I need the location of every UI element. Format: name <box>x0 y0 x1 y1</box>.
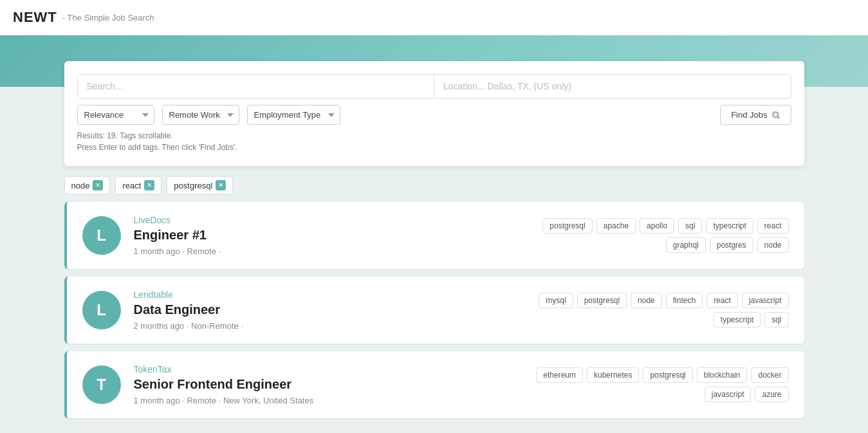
search-row <box>77 74 791 98</box>
search-container: Relevance Date Remote Work Remote Non-Re… <box>64 61 804 166</box>
job-meta: 2 months ago · Non-Remote · <box>134 321 519 331</box>
job-info: TokenTax Senior Frontend Engineer 1 mont… <box>134 364 519 405</box>
job-tag: sql <box>678 218 702 234</box>
job-meta: 1 month ago · Remote · <box>134 246 519 256</box>
remote-work-select[interactable]: Remote Work Remote Non-Remote All <box>162 105 239 125</box>
job-tag: react <box>706 293 738 308</box>
tag-remove-button[interactable]: ✕ <box>216 180 226 190</box>
job-tag: kubernetes <box>587 367 639 383</box>
job-tag: postgresql <box>542 218 592 234</box>
job-meta: 1 month ago · Remote · New York, United … <box>134 396 519 405</box>
company-avatar: L <box>82 291 121 329</box>
job-tag: postgresql <box>577 293 627 308</box>
job-title: Engineer #1 <box>134 228 519 243</box>
company-avatar: T <box>82 365 121 404</box>
job-title: Senior Frontend Engineer <box>134 377 519 392</box>
app-logo: NEWT <box>13 9 57 26</box>
job-tag: typescript <box>714 312 761 327</box>
tag-label: node <box>71 181 90 190</box>
tag-label: postgresql <box>174 181 212 190</box>
find-jobs-label: Find Jobs <box>731 110 767 120</box>
active-tag: postgresql ✕ <box>167 176 233 194</box>
job-tag: blockchain <box>697 367 748 383</box>
job-tag: node <box>757 237 789 253</box>
search-hint: Results: 19. Tags scrollable. Press Ente… <box>77 130 791 153</box>
tag-label: react <box>122 181 141 190</box>
company-name: Lendtable <box>134 290 519 300</box>
hint-line2: Press Enter to add tags. Then click 'Fin… <box>77 142 791 153</box>
job-tag: apache <box>596 218 636 234</box>
jobs-container: L LiveDocs Engineer #1 1 month ago · Rem… <box>64 202 804 431</box>
relevance-select[interactable]: Relevance Date <box>77 105 154 125</box>
job-tag: ethereum <box>536 367 583 383</box>
tag-remove-button[interactable]: ✕ <box>93 180 103 190</box>
search-input[interactable] <box>78 75 435 98</box>
active-tag: node ✕ <box>64 176 111 194</box>
job-tag: graphql <box>666 237 706 253</box>
job-tag: postgresql <box>643 367 692 383</box>
svg-point-0 <box>773 112 778 117</box>
active-tags-container: node ✕ react ✕ postgresql ✕ <box>64 176 804 194</box>
job-tags: mysqlpostgresqlnodefintechreactjavascrip… <box>531 293 789 327</box>
job-info: Lendtable Data Engineer 2 months ago · N… <box>134 290 519 331</box>
job-tag: javascript <box>705 387 752 402</box>
job-tag: mysql <box>539 293 573 308</box>
app-subtitle: - The Simple Job Search <box>62 13 154 23</box>
job-tag: sql <box>764 312 788 327</box>
tag-remove-button[interactable]: ✕ <box>144 180 154 190</box>
filters-row: Relevance Date Remote Work Remote Non-Re… <box>77 105 791 125</box>
job-tag: docker <box>751 367 788 383</box>
job-tag: node <box>631 293 662 308</box>
job-tags: ethereumkubernetespostgresqlblockchaindo… <box>531 367 789 402</box>
job-title: Data Engineer <box>134 302 519 317</box>
job-card[interactable]: L Lendtable Data Engineer 2 months ago ·… <box>64 277 804 344</box>
job-tag: apollo <box>640 218 674 234</box>
find-jobs-button[interactable]: Find Jobs <box>720 105 791 125</box>
job-info: LiveDocs Engineer #1 1 month ago · Remot… <box>134 215 519 256</box>
employment-type-select[interactable]: Employment Type Full-time Part-time Cont… <box>247 105 340 125</box>
search-icon <box>771 111 780 120</box>
hint-line1: Results: 19. Tags scrollable. <box>77 130 791 142</box>
company-name: LiveDocs <box>134 215 519 225</box>
job-tag: azure <box>755 387 788 402</box>
company-avatar: L <box>82 216 121 255</box>
job-card[interactable]: L LiveDocs Engineer #1 1 month ago · Rem… <box>64 202 804 269</box>
job-tag: postgres <box>710 237 753 253</box>
job-tag: typescript <box>706 218 753 234</box>
header: NEWT - The Simple Job Search <box>0 0 868 35</box>
job-card[interactable]: T TokenTax Senior Frontend Engineer 1 mo… <box>64 351 804 418</box>
svg-line-1 <box>777 116 779 118</box>
job-tag: fintech <box>666 293 703 308</box>
location-input[interactable] <box>434 75 791 98</box>
job-tag: javascript <box>742 293 789 308</box>
active-tag: react ✕ <box>115 176 162 194</box>
job-tags: postgresqlapacheapollosqltypescriptreact… <box>531 218 789 253</box>
company-name: TokenTax <box>134 364 519 374</box>
job-tag: react <box>757 218 789 234</box>
